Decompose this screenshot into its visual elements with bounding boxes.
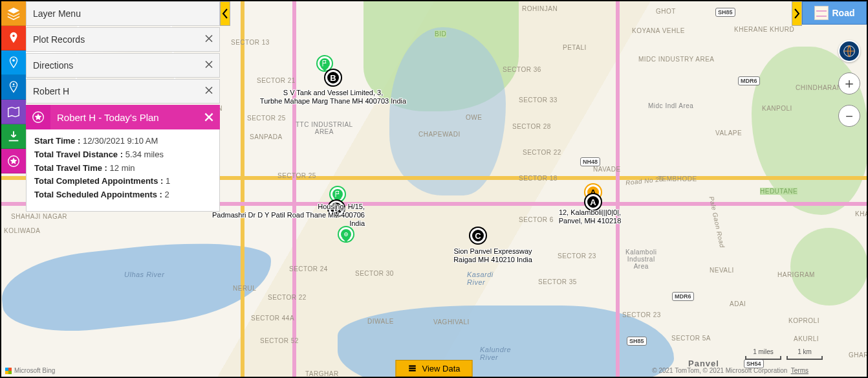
map-town-label: CHINDHARAN (796, 84, 842, 91)
globe-view-button[interactable] (838, 40, 860, 62)
marker-caption: S V Tank and Vessel Limited, 3,Turbhe Ma… (260, 89, 406, 106)
map-sector-label: SECTOR 30 (355, 270, 394, 277)
map-sector-label: SECTOR 33 (519, 96, 558, 104)
layers-icon[interactable] (1, 1, 26, 26)
map-town-label: HARIGRAM (777, 271, 815, 278)
sidebar-item-layer-menu[interactable]: Layer Menu (26, 1, 220, 26)
directions-icon[interactable] (1, 50, 26, 75)
plan-stat-row: Start Time : 12/30/2021 9:10 AM (34, 135, 212, 148)
map-sector-label: SECTOR 44A (251, 315, 294, 322)
map-sector-label: SECTOR 25 (247, 115, 286, 122)
map-sector-label: SECTOR 6 (519, 216, 554, 223)
map-sector-label: SECTOR 18 (519, 175, 558, 182)
waypoint-pin-icon[interactable] (318, 56, 332, 71)
current-location-pin-icon[interactable] (339, 227, 353, 241)
map-town-label: NAVADE (593, 166, 621, 173)
map-town-label: CHAPEWADI (418, 131, 461, 138)
map-sector-label: SECTOR 13 (231, 39, 270, 46)
highway-shield: SH85 (715, 8, 735, 17)
close-icon[interactable] (204, 34, 214, 46)
map-town-label: TARGHAR (305, 370, 339, 377)
map-town-label: ROHINJAN (522, 5, 558, 12)
map-sector-label: SECTOR 28 (512, 123, 551, 130)
map-sector-label: SECTOR 22 (268, 294, 307, 301)
map-town-label: SHAHAJI NAGAR (11, 213, 67, 220)
map-water-label: Ulhas River (124, 271, 164, 278)
pin-icon[interactable] (1, 26, 26, 50)
bing-text: Microsoft Bing (14, 367, 55, 374)
basemap-label: Road (832, 8, 855, 18)
map-area-label: TTC Industrial Area (296, 121, 353, 135)
road-swatch-icon (814, 6, 829, 20)
map-town-label: HEDUTANE (760, 188, 797, 195)
map-town-label: SANPADA (250, 133, 283, 140)
map-town-label: GHAR (849, 351, 868, 359)
map-town-label: PETALI (563, 44, 587, 51)
bing-logo: Microsoft Bing (5, 367, 55, 374)
waypoint-pin-icon[interactable] (331, 187, 345, 201)
close-icon[interactable] (204, 85, 214, 98)
map-town-label: VAGHIVALI (433, 318, 470, 326)
sidebar-item-label: Directions (33, 60, 73, 71)
zoom-out-button[interactable]: － (838, 105, 860, 127)
map-town-label: KOPROLI (788, 317, 819, 324)
marker-b[interactable]: B (325, 70, 341, 85)
scale-km: 1 km (797, 348, 812, 355)
map-sector-label: SECTOR 22 (523, 149, 561, 156)
sidebar-item-plot-records[interactable]: Plot Records (26, 27, 220, 52)
terms-link[interactable]: Terms (791, 367, 808, 374)
highway-shield: SH85 (627, 337, 647, 346)
marker-c[interactable]: C (470, 228, 486, 243)
map-attribution: © 2021 TomTom, © 2021 Microsoft Corporat… (652, 367, 808, 374)
scale-miles: 1 miles (753, 348, 774, 355)
map-road (616, 1, 620, 378)
map-sector-label: SECTOR 23 (558, 252, 596, 260)
expand-right-panel-button[interactable] (792, 1, 802, 26)
marker-caption: 12, Kalamboli|||0|0|,Panvel, MH 410218 (559, 208, 622, 225)
map-sector-label: SECTOR 36 (503, 66, 541, 73)
map-terrain (790, 228, 868, 306)
map-town-label: KANPOLI (762, 105, 792, 112)
plan-body: Start Time : 12/30/2021 9:10 AM Total Tr… (26, 129, 220, 212)
person-pin-icon[interactable] (1, 75, 26, 100)
star-icon (26, 105, 50, 129)
map-town-label: KHAN (855, 210, 868, 217)
map-sector-label: SECTOR 5A (671, 335, 711, 342)
zoom-in-button[interactable]: ＋ (838, 72, 860, 94)
sidebar-item-directions[interactable]: Directions (26, 53, 220, 78)
territory-icon[interactable] (1, 100, 26, 124)
map-town-label: AKURLI (794, 335, 819, 342)
highway-shield: MDR6 (738, 76, 760, 85)
view-data-button[interactable]: View Data (395, 360, 472, 377)
map-town-label: BID (435, 30, 446, 38)
close-icon[interactable] (203, 111, 215, 123)
plan-stat-row: Total Travel Time : 12 min (34, 162, 212, 175)
marker-caption: Housing, H/15,Padmashri Dr D Y Patil Roa… (210, 203, 365, 228)
map-area-label: Midc Indl Area (648, 102, 693, 109)
highway-shield: NH48 (580, 157, 600, 166)
svg-point-15 (13, 83, 15, 85)
close-icon[interactable] (204, 60, 214, 72)
svg-point-13 (346, 234, 347, 235)
download-icon[interactable] (1, 124, 26, 149)
map-town-label: OWE (466, 114, 482, 121)
map-town-label: KOYANA VEHLE (632, 27, 685, 34)
svg-rect-19 (409, 365, 416, 366)
map-sector-label: SECTOR 25 (277, 172, 316, 179)
plan-header[interactable]: Robert H - Today's Plan (50, 105, 220, 129)
collapse-panel-button[interactable] (220, 1, 230, 26)
star-icon[interactable] (1, 149, 26, 173)
map-sector-label: SECTOR 21 (257, 77, 296, 84)
sidebar-item-user[interactable]: Robert H (26, 79, 220, 104)
map-town-label: VALAPE (715, 129, 742, 137)
sidebar-item-label: Layer Menu (33, 8, 81, 19)
plan-stat-row: Total Travel Distance : 5.34 miles (34, 148, 212, 162)
map-sector-label: SECTOR 35 (538, 278, 577, 285)
map-town-label: KHERANE KHURD (734, 26, 794, 33)
marker-a[interactable]: A (585, 194, 601, 210)
map-water (389, 27, 506, 195)
basemap-road-button[interactable]: Road (802, 1, 867, 25)
map-town-label: ADAI (730, 300, 746, 307)
plan-stat-row: Total Completed Appointments : 1 (34, 175, 212, 188)
map-area-label: Kalamboli Industral Area (625, 249, 656, 270)
